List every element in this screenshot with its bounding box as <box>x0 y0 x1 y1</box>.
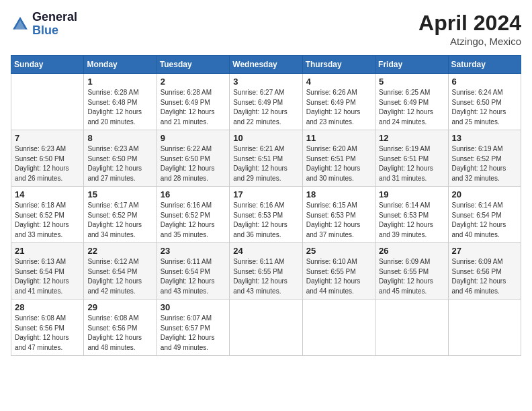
weekday-header-monday: Monday <box>84 56 157 74</box>
calendar-cell: 8Sunrise: 6:23 AM Sunset: 6:50 PM Daylig… <box>84 130 157 187</box>
day-number: 17 <box>233 189 298 199</box>
logo-text: General Blue <box>32 11 77 38</box>
day-number: 29 <box>87 302 152 312</box>
cell-info: Sunrise: 6:16 AM Sunset: 6:53 PM Dayligh… <box>233 201 298 240</box>
week-row-2: 7Sunrise: 6:23 AM Sunset: 6:50 PM Daylig… <box>11 130 521 187</box>
weekday-header-sunday: Sunday <box>11 56 84 74</box>
calendar-cell: 2Sunrise: 6:28 AM Sunset: 6:49 PM Daylig… <box>157 74 229 130</box>
weekday-header-wednesday: Wednesday <box>230 56 302 74</box>
calendar-cell: 16Sunrise: 6:16 AM Sunset: 6:52 PM Dayli… <box>157 187 229 243</box>
calendar-table: SundayMondayTuesdayWednesdayThursdayFrid… <box>11 55 521 356</box>
day-number: 3 <box>233 77 298 87</box>
calendar-cell: 19Sunrise: 6:14 AM Sunset: 6:53 PM Dayli… <box>375 187 448 243</box>
day-number: 18 <box>306 189 371 199</box>
calendar-cell: 30Sunrise: 6:07 AM Sunset: 6:57 PM Dayli… <box>157 300 229 356</box>
day-number: 25 <box>306 246 371 256</box>
cell-info: Sunrise: 6:19 AM Sunset: 6:52 PM Dayligh… <box>452 144 517 183</box>
calendar-cell: 3Sunrise: 6:27 AM Sunset: 6:49 PM Daylig… <box>230 74 302 130</box>
day-number: 12 <box>379 133 444 143</box>
calendar-cell <box>11 74 84 130</box>
day-number: 19 <box>379 189 444 199</box>
weekday-header-thursday: Thursday <box>302 56 375 74</box>
cell-info: Sunrise: 6:26 AM Sunset: 6:49 PM Dayligh… <box>306 88 371 127</box>
day-number: 10 <box>233 133 298 143</box>
cell-info: Sunrise: 6:14 AM Sunset: 6:54 PM Dayligh… <box>452 201 517 240</box>
week-row-4: 21Sunrise: 6:13 AM Sunset: 6:54 PM Dayli… <box>11 243 521 300</box>
calendar-cell: 22Sunrise: 6:12 AM Sunset: 6:54 PM Dayli… <box>84 243 157 300</box>
month-title: April 2024 <box>418 11 521 36</box>
day-number: 6 <box>452 77 517 87</box>
day-number: 30 <box>161 302 226 312</box>
calendar-cell: 11Sunrise: 6:20 AM Sunset: 6:51 PM Dayli… <box>302 130 375 187</box>
day-number: 1 <box>87 77 152 87</box>
title-block: April 2024 Atzingo, Mexico <box>418 11 521 47</box>
cell-info: Sunrise: 6:09 AM Sunset: 6:55 PM Dayligh… <box>379 257 444 296</box>
cell-info: Sunrise: 6:08 AM Sunset: 6:56 PM Dayligh… <box>15 314 80 353</box>
calendar-cell: 14Sunrise: 6:18 AM Sunset: 6:52 PM Dayli… <box>11 187 84 243</box>
cell-info: Sunrise: 6:18 AM Sunset: 6:52 PM Dayligh… <box>15 201 80 240</box>
calendar-cell: 15Sunrise: 6:17 AM Sunset: 6:52 PM Dayli… <box>84 187 157 243</box>
calendar-cell: 28Sunrise: 6:08 AM Sunset: 6:56 PM Dayli… <box>11 300 84 356</box>
location: Atzingo, Mexico <box>418 36 521 47</box>
cell-info: Sunrise: 6:23 AM Sunset: 6:50 PM Dayligh… <box>15 144 80 183</box>
calendar-cell: 27Sunrise: 6:09 AM Sunset: 6:56 PM Dayli… <box>448 243 521 300</box>
day-number: 7 <box>15 133 80 143</box>
day-number: 27 <box>452 246 517 256</box>
day-number: 20 <box>452 189 517 199</box>
calendar-cell: 4Sunrise: 6:26 AM Sunset: 6:49 PM Daylig… <box>302 74 375 130</box>
day-number: 28 <box>15 302 80 312</box>
weekday-header-friday: Friday <box>375 56 448 74</box>
calendar-cell: 10Sunrise: 6:21 AM Sunset: 6:51 PM Dayli… <box>230 130 302 187</box>
day-number: 24 <box>233 246 298 256</box>
cell-info: Sunrise: 6:11 AM Sunset: 6:55 PM Dayligh… <box>233 257 298 296</box>
day-number: 2 <box>161 77 226 87</box>
day-number: 5 <box>379 77 444 87</box>
cell-info: Sunrise: 6:20 AM Sunset: 6:51 PM Dayligh… <box>306 144 371 183</box>
logo: General Blue <box>11 11 77 38</box>
day-number: 4 <box>306 77 371 87</box>
calendar-cell <box>375 300 448 356</box>
calendar-cell: 9Sunrise: 6:22 AM Sunset: 6:50 PM Daylig… <box>157 130 229 187</box>
calendar-cell: 23Sunrise: 6:11 AM Sunset: 6:54 PM Dayli… <box>157 243 229 300</box>
calendar-cell <box>302 300 375 356</box>
cell-info: Sunrise: 6:17 AM Sunset: 6:52 PM Dayligh… <box>87 201 152 240</box>
calendar-cell <box>448 300 521 356</box>
calendar-cell: 13Sunrise: 6:19 AM Sunset: 6:52 PM Dayli… <box>448 130 521 187</box>
cell-info: Sunrise: 6:19 AM Sunset: 6:51 PM Dayligh… <box>379 144 444 183</box>
calendar-cell: 7Sunrise: 6:23 AM Sunset: 6:50 PM Daylig… <box>11 130 84 187</box>
cell-info: Sunrise: 6:16 AM Sunset: 6:52 PM Dayligh… <box>161 201 226 240</box>
logo-icon <box>11 15 30 34</box>
week-row-1: 1Sunrise: 6:28 AM Sunset: 6:48 PM Daylig… <box>11 74 521 130</box>
calendar-cell: 6Sunrise: 6:24 AM Sunset: 6:50 PM Daylig… <box>448 74 521 130</box>
cell-info: Sunrise: 6:28 AM Sunset: 6:49 PM Dayligh… <box>161 88 226 127</box>
day-number: 13 <box>452 133 517 143</box>
cell-info: Sunrise: 6:25 AM Sunset: 6:49 PM Dayligh… <box>379 88 444 127</box>
cell-info: Sunrise: 6:10 AM Sunset: 6:55 PM Dayligh… <box>306 257 371 296</box>
week-row-3: 14Sunrise: 6:18 AM Sunset: 6:52 PM Dayli… <box>11 187 521 243</box>
day-number: 9 <box>161 133 226 143</box>
calendar-cell: 20Sunrise: 6:14 AM Sunset: 6:54 PM Dayli… <box>448 187 521 243</box>
day-number: 16 <box>161 189 226 199</box>
cell-info: Sunrise: 6:11 AM Sunset: 6:54 PM Dayligh… <box>161 257 226 296</box>
cell-info: Sunrise: 6:09 AM Sunset: 6:56 PM Dayligh… <box>452 257 517 296</box>
cell-info: Sunrise: 6:28 AM Sunset: 6:48 PM Dayligh… <box>87 88 152 127</box>
calendar-cell: 24Sunrise: 6:11 AM Sunset: 6:55 PM Dayli… <box>230 243 302 300</box>
cell-info: Sunrise: 6:08 AM Sunset: 6:56 PM Dayligh… <box>87 314 152 353</box>
day-number: 21 <box>15 246 80 256</box>
cell-info: Sunrise: 6:12 AM Sunset: 6:54 PM Dayligh… <box>87 257 152 296</box>
day-number: 14 <box>15 189 80 199</box>
cell-info: Sunrise: 6:07 AM Sunset: 6:57 PM Dayligh… <box>161 314 226 353</box>
weekday-header-row: SundayMondayTuesdayWednesdayThursdayFrid… <box>11 56 521 74</box>
calendar-cell: 12Sunrise: 6:19 AM Sunset: 6:51 PM Dayli… <box>375 130 448 187</box>
day-number: 11 <box>306 133 371 143</box>
cell-info: Sunrise: 6:24 AM Sunset: 6:50 PM Dayligh… <box>452 88 517 127</box>
cell-info: Sunrise: 6:13 AM Sunset: 6:54 PM Dayligh… <box>15 257 80 296</box>
cell-info: Sunrise: 6:15 AM Sunset: 6:53 PM Dayligh… <box>306 201 371 240</box>
calendar-cell: 25Sunrise: 6:10 AM Sunset: 6:55 PM Dayli… <box>302 243 375 300</box>
calendar-cell: 18Sunrise: 6:15 AM Sunset: 6:53 PM Dayli… <box>302 187 375 243</box>
day-number: 8 <box>87 133 152 143</box>
page-header: General Blue April 2024 Atzingo, Mexico <box>11 11 521 47</box>
calendar-cell: 21Sunrise: 6:13 AM Sunset: 6:54 PM Dayli… <box>11 243 84 300</box>
calendar-cell: 29Sunrise: 6:08 AM Sunset: 6:56 PM Dayli… <box>84 300 157 356</box>
cell-info: Sunrise: 6:14 AM Sunset: 6:53 PM Dayligh… <box>379 201 444 240</box>
